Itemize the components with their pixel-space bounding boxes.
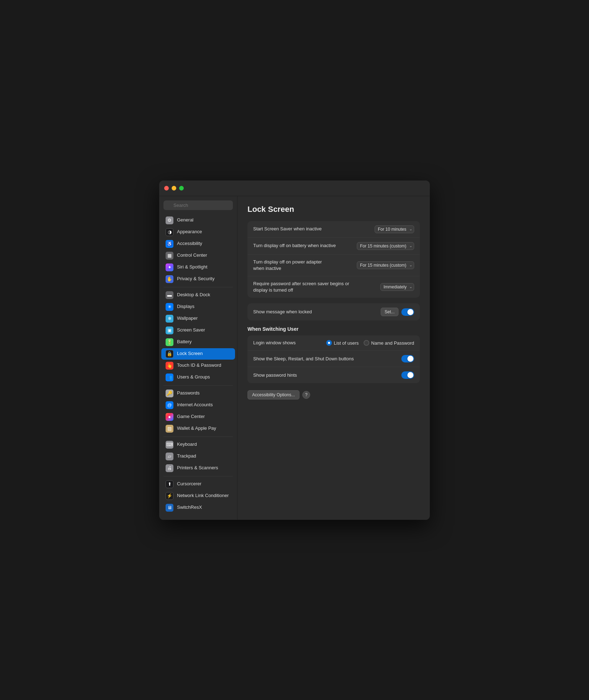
sidebar-item-displays[interactable]: ✳ Displays bbox=[161, 301, 235, 313]
sidebar-item-label-gamecenter: Game Center bbox=[177, 414, 205, 420]
sidebar-section-system: ⚙ General ◑ Appearance ♿ Accessibility ▦… bbox=[159, 215, 237, 285]
lockscreen-icon: 🔒 bbox=[166, 350, 173, 358]
radio-circle-name-password bbox=[364, 340, 369, 346]
switching-user-heading: When Switching User bbox=[247, 326, 420, 332]
sidebar-item-screensaver[interactable]: ▣ Screen Saver bbox=[161, 325, 235, 336]
sidebar-item-switchresx[interactable]: 🖥 SwitchResX bbox=[161, 502, 235, 513]
sidebar-item-appearance[interactable]: ◑ Appearance bbox=[161, 226, 235, 238]
sidebar-item-internet[interactable]: @ Internet Accounts bbox=[161, 399, 235, 411]
sidebar-item-label-keyboard: Keyboard bbox=[177, 442, 197, 448]
sidebar-item-label-displays: Displays bbox=[177, 304, 194, 310]
sidebar-item-networklink[interactable]: ⚡ Network Link Conditioner bbox=[161, 490, 235, 502]
sidebar-item-controlcenter[interactable]: ▦ Control Center bbox=[161, 250, 235, 261]
sidebar-item-label-desktop: Desktop & Dock bbox=[177, 292, 210, 298]
display-adapter-dropdown-wrapper: For 15 minutes (custom) bbox=[357, 261, 414, 269]
internet-icon: @ bbox=[166, 401, 173, 409]
sidebar-item-touchid[interactable]: 👆 Touch ID & Password bbox=[161, 360, 235, 371]
sidebar-item-keyboard[interactable]: ⌨ Keyboard bbox=[161, 439, 235, 450]
desktop-icon: ▬ bbox=[166, 291, 173, 299]
main-layout: 🔍 ⚙ General ◑ Appearance ♿ Accessibility bbox=[159, 196, 430, 520]
sidebar-item-users[interactable]: 👥 Users & Groups bbox=[161, 372, 235, 383]
login-window-control: List of users Name and Password bbox=[326, 340, 414, 346]
sidebar-item-label-wallpaper: Wallpaper bbox=[177, 315, 198, 322]
settings-row-start-screensaver: Start Screen Saver when inactive For 10 … bbox=[247, 221, 420, 238]
bottom-controls: Accessibility Options... ? bbox=[247, 389, 420, 401]
display-adapter-control: For 15 minutes (custom) bbox=[357, 261, 414, 269]
password-hints-toggle[interactable] bbox=[401, 371, 414, 379]
settings-row-login-window: Login window shows List of users Name an… bbox=[247, 335, 420, 351]
minimize-button[interactable] bbox=[172, 186, 176, 190]
sidebar-item-accessibility[interactable]: ♿ Accessibility bbox=[161, 238, 235, 250]
controlcenter-icon: ▦ bbox=[166, 252, 173, 260]
require-password-label: Require password after screen saver begi… bbox=[253, 281, 376, 293]
wallpaper-icon: ❄ bbox=[166, 315, 173, 323]
display-battery-dropdown[interactable]: For 15 minutes (custom) bbox=[357, 242, 414, 250]
sidebar-section-third-party: ⬆ Cursorcerer ⚡ Network Link Conditioner… bbox=[159, 479, 237, 513]
sidebar-divider-4 bbox=[163, 476, 233, 476]
sidebar-item-label-internet: Internet Accounts bbox=[177, 402, 213, 408]
require-password-control: Immediately bbox=[380, 283, 414, 291]
networklink-icon: ⚡ bbox=[166, 492, 173, 500]
settings-row-display-adapter: Turn display off on power adapterwhen in… bbox=[247, 255, 420, 276]
password-hints-control bbox=[401, 371, 414, 379]
sidebar: 🔍 ⚙ General ◑ Appearance ♿ Accessibility bbox=[159, 196, 238, 520]
sidebar-item-trackpad[interactable]: ▱ Trackpad bbox=[161, 451, 235, 462]
sidebar-item-desktop[interactable]: ▬ Desktop & Dock bbox=[161, 289, 235, 301]
sidebar-item-label-trackpad: Trackpad bbox=[177, 453, 196, 459]
sidebar-item-wallet[interactable]: ▨ Wallet & Apple Pay bbox=[161, 423, 235, 434]
accessibility-icon: ♿ bbox=[166, 240, 173, 248]
login-window-label: Login window shows bbox=[253, 340, 322, 346]
show-message-toggle[interactable] bbox=[401, 308, 414, 316]
sidebar-divider-3 bbox=[163, 437, 233, 437]
sidebar-item-general[interactable]: ⚙ General bbox=[161, 215, 235, 226]
show-message-control: Set... bbox=[381, 308, 414, 316]
close-button[interactable] bbox=[164, 186, 169, 190]
require-password-dropdown[interactable]: Immediately bbox=[380, 283, 414, 291]
gamecenter-icon: ● bbox=[166, 413, 173, 421]
titlebar bbox=[159, 181, 430, 196]
sidebar-section-display: ▬ Desktop & Dock ✳ Displays ❄ Wallpaper … bbox=[159, 289, 237, 383]
radio-circle-list-users bbox=[326, 340, 332, 346]
sidebar-item-label-lockscreen: Lock Screen bbox=[177, 351, 203, 357]
sidebar-divider-1 bbox=[163, 287, 233, 287]
sidebar-item-label-accessibility: Accessibility bbox=[177, 241, 202, 247]
settings-row-password-hints: Show password hints bbox=[247, 367, 420, 383]
displays-icon: ✳ bbox=[166, 303, 173, 311]
start-screensaver-dropdown-wrapper: For 10 minutes bbox=[375, 225, 414, 233]
keyboard-icon: ⌨ bbox=[166, 441, 173, 449]
sidebar-item-label-wallet: Wallet & Apple Pay bbox=[177, 425, 216, 432]
sleep-buttons-toggle[interactable] bbox=[401, 355, 414, 362]
sidebar-item-label-networklink: Network Link Conditioner bbox=[177, 493, 229, 499]
sidebar-item-label-siri: Siri & Spotlight bbox=[177, 264, 207, 270]
sidebar-item-privacy[interactable]: ✋ Privacy & Security bbox=[161, 273, 235, 285]
accessibility-options-button[interactable]: Accessibility Options... bbox=[247, 390, 299, 399]
sidebar-item-wallpaper[interactable]: ❄ Wallpaper bbox=[161, 313, 235, 324]
sidebar-item-lockscreen[interactable]: 🔒 Lock Screen bbox=[161, 348, 235, 360]
settings-row-show-message: Show message when locked Set... bbox=[247, 303, 420, 320]
maximize-button[interactable] bbox=[179, 186, 184, 190]
display-battery-dropdown-wrapper: For 15 minutes (custom) bbox=[357, 242, 414, 250]
start-screensaver-dropdown[interactable]: For 10 minutes bbox=[375, 225, 414, 233]
sidebar-item-battery[interactable]: 🔋 Battery bbox=[161, 336, 235, 348]
sidebar-item-label-users: Users & Groups bbox=[177, 374, 210, 380]
sidebar-item-gamecenter[interactable]: ● Game Center bbox=[161, 411, 235, 423]
set-message-button[interactable]: Set... bbox=[381, 308, 398, 316]
search-input[interactable] bbox=[163, 200, 233, 210]
message-settings-group: Show message when locked Set... bbox=[247, 303, 420, 320]
display-adapter-dropdown[interactable]: For 15 minutes (custom) bbox=[357, 261, 414, 269]
help-button[interactable]: ? bbox=[302, 391, 310, 399]
sidebar-item-label-privacy: Privacy & Security bbox=[177, 276, 214, 282]
radio-name-password[interactable]: Name and Password bbox=[364, 340, 414, 346]
sidebar-item-siri[interactable]: ✦ Siri & Spotlight bbox=[161, 262, 235, 273]
radio-label-list-users: List of users bbox=[334, 340, 359, 346]
battery-icon: 🔋 bbox=[166, 338, 173, 346]
search-wrapper: 🔍 bbox=[163, 200, 233, 210]
radio-list-of-users[interactable]: List of users bbox=[326, 340, 359, 346]
sidebar-item-printers[interactable]: 🖨 Printers & Scanners bbox=[161, 463, 235, 474]
settings-row-display-battery: Turn display off on battery when inactiv… bbox=[247, 238, 420, 255]
login-window-radio-group: List of users Name and Password bbox=[326, 340, 414, 346]
sidebar-item-cursorcerer[interactable]: ⬆ Cursorcerer bbox=[161, 479, 235, 490]
sidebar-item-passwords[interactable]: 🔑 Passwords bbox=[161, 388, 235, 399]
touchid-icon: 👆 bbox=[166, 362, 173, 370]
display-battery-label: Turn display off on battery when inactiv… bbox=[253, 242, 353, 249]
